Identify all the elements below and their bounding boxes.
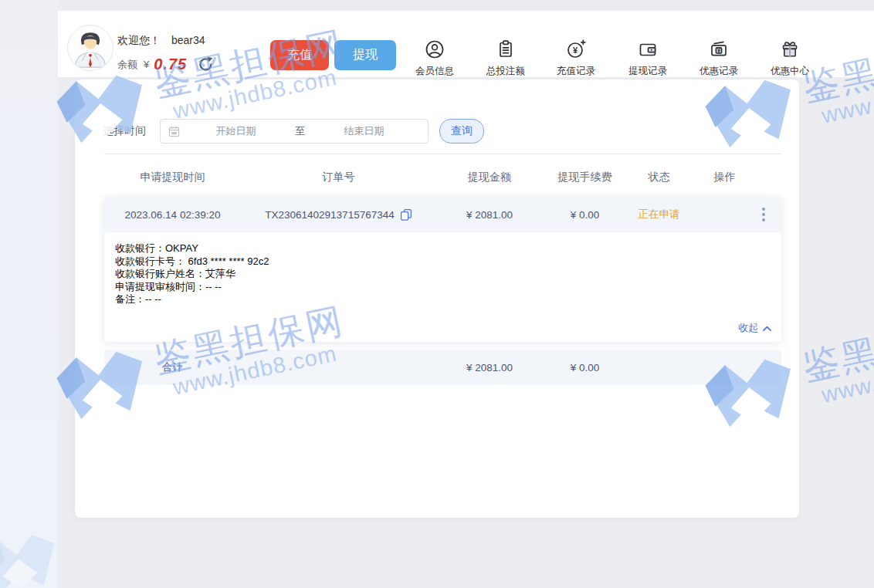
- avatar: [67, 25, 113, 71]
- total-amount: ¥ 2081.00: [436, 362, 543, 373]
- promo-records-icon: ¥: [689, 37, 749, 62]
- table-header-row: 申请提现时间 订单号 提现金额 提现手续费 状态 操作: [104, 162, 781, 193]
- collapse-link[interactable]: 收起: [738, 321, 772, 335]
- nav-label: 会员信息: [405, 65, 465, 78]
- row-time: 2023.06.14 02:39:20: [104, 209, 241, 221]
- nav-withdraw-records[interactable]: 提现记录: [618, 37, 678, 78]
- row-action: [691, 205, 781, 224]
- nav-label: 总投注额: [476, 65, 536, 78]
- total-bets-icon: [476, 37, 536, 62]
- table-row: 2023.06.14 02:39:20 TX230614029137157673…: [104, 197, 781, 232]
- refresh-balance-icon[interactable]: [198, 56, 214, 73]
- status-badge: 正在申请: [627, 208, 691, 221]
- balance-line: 余额 ¥ 0.75: [117, 56, 214, 73]
- nav-label: 提现记录: [618, 65, 678, 78]
- col-header-time: 申请提现时间: [104, 171, 241, 184]
- nav-promo-center[interactable]: 优惠中心: [760, 37, 820, 78]
- recharge-button[interactable]: 充值: [270, 40, 329, 70]
- watermark-brand: 鉴黑担保网: [798, 304, 874, 392]
- detail-review-time: 申请提现审核时间：-- --: [115, 281, 771, 294]
- total-fee: ¥ 0.00: [543, 362, 627, 373]
- detail-remark: 备注：-- --: [115, 293, 771, 306]
- welcome-line: 欢迎您！bear34: [117, 34, 205, 48]
- watermark-url: www.jhdb8.com: [819, 346, 874, 408]
- row-amount: ¥ 2081.00: [436, 209, 543, 221]
- table-divider: [104, 154, 781, 154]
- recharge-records-icon: ¥: [546, 37, 606, 62]
- start-date-placeholder: 开始日期: [180, 124, 292, 138]
- calendar-icon: [168, 126, 180, 137]
- filter-row: 选择时间 开始日期 至 结束日期 查询: [103, 119, 484, 144]
- col-header-action: 操作: [691, 171, 781, 184]
- username: bear34: [171, 34, 205, 46]
- row-detail-panel: 收款银行：OKPAY 收款银行卡号： 6fd3 **** **** 92c2 收…: [104, 232, 781, 306]
- member-info-icon: [405, 37, 465, 62]
- col-header-fee: 提现手续费: [543, 171, 627, 184]
- col-header-amount: 提现金额: [436, 171, 543, 184]
- nav-member-info[interactable]: 会员信息: [405, 37, 465, 78]
- col-header-order: 订单号: [241, 171, 436, 184]
- withdraw-records-panel: 选择时间 开始日期 至 结束日期 查询 申请提现时间 订单号 提现金额 提现手续…: [75, 79, 799, 518]
- nav-promo-records[interactable]: ¥ 优惠记录: [689, 37, 749, 78]
- col-header-status: 状态: [627, 171, 691, 184]
- copy-icon[interactable]: [400, 208, 412, 221]
- promo-center-icon: [760, 37, 820, 62]
- row-order: TX23061402913715767344: [241, 208, 436, 221]
- currency-symbol: ¥: [144, 59, 149, 70]
- page-left-margin: [0, 0, 58, 588]
- total-label: 合计: [104, 360, 241, 374]
- avatar-person-icon: [68, 25, 113, 70]
- top-header: 欢迎您！bear34 余额 ¥ 0.75 充值 提现 会员信息: [58, 11, 874, 77]
- withdraw-records-icon: [618, 37, 678, 62]
- row-order-no: TX23061402913715767344: [265, 209, 394, 221]
- nav-label: 优惠中心: [760, 65, 820, 78]
- detail-bank: 收款银行：OKPAY: [115, 242, 771, 255]
- collapse-label: 收起: [738, 321, 758, 335]
- withdraw-button[interactable]: 提现: [334, 40, 396, 70]
- filter-label: 选择时间: [103, 124, 146, 138]
- date-range-separator: 至: [292, 124, 308, 138]
- balance-label: 余额: [117, 58, 137, 72]
- welcome-label: 欢迎您！: [117, 34, 161, 46]
- row-fee: ¥ 0.00: [543, 209, 627, 221]
- more-actions-icon[interactable]: [760, 205, 767, 224]
- withdraw-record-card: 2023.06.14 02:39:20 TX230614029137157673…: [104, 197, 781, 342]
- nav-recharge-records[interactable]: ¥ 充值记录: [546, 37, 606, 78]
- chevron-up-icon: [762, 325, 772, 332]
- search-button[interactable]: 查询: [439, 119, 484, 144]
- total-row: 合计 ¥ 2081.00 ¥ 0.00: [104, 350, 781, 385]
- detail-holder-name: 收款银行账户姓名：艾萍华: [115, 268, 771, 281]
- date-range-input[interactable]: 开始日期 至 结束日期: [160, 119, 429, 144]
- nav-total-bets[interactable]: 总投注额: [476, 37, 536, 78]
- nav-label: 优惠记录: [689, 65, 749, 78]
- nav-label: 充值记录: [546, 65, 606, 78]
- balance-value: 0.75: [154, 56, 187, 73]
- detail-card-no: 收款银行卡号： 6fd3 **** **** 92c2: [115, 255, 771, 269]
- end-date-placeholder: 结束日期: [308, 124, 420, 138]
- svg-text:¥: ¥: [573, 46, 578, 55]
